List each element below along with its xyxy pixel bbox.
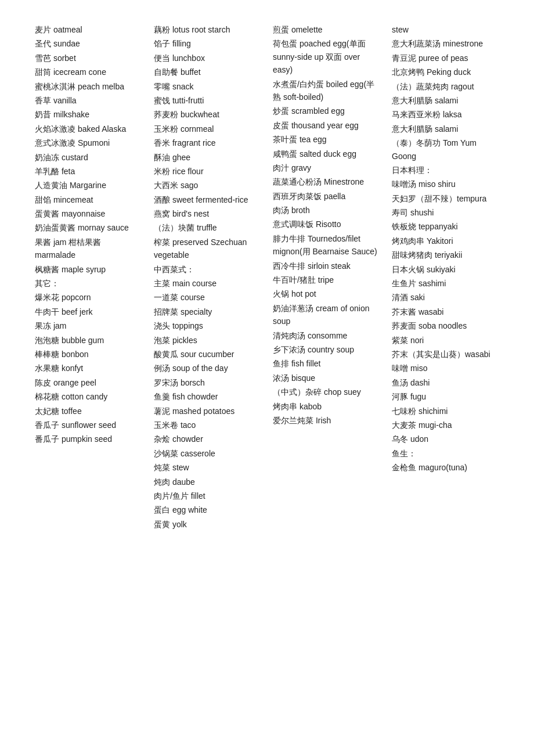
col2-item-2: 便当 lunchbox <box>154 52 261 64</box>
col2-item-4: 零嘴 snack <box>154 80 261 93</box>
col1-item-11: 人造黄油 Margarine <box>35 179 142 192</box>
col2-item-5: 蜜饯 tutti-frutti <box>154 94 261 107</box>
col3-item-13: 西冷牛排 sirloin steak <box>273 260 380 272</box>
col2-item-12: 酒酿 sweet fermented-rice <box>154 193 261 206</box>
col2-item-1: 馅子 filling <box>154 37 261 50</box>
col3-item-11: 意式调味饭 Risotto <box>273 218 380 231</box>
col1-item-14: 奶油蛋黄酱 mornay sauce <box>35 221 142 234</box>
col1-item-0: 麦片 oatmeal <box>35 23 142 36</box>
col3-item-19: 鱼排 fish fillet <box>273 357 380 370</box>
col3-item-14: 牛百叶/猪肚 tripe <box>273 273 380 286</box>
col3-item-0: 煎蛋 omelette <box>273 23 380 36</box>
col2-item-14: （法）块菌 truffle <box>154 221 261 234</box>
column-1: 麦片 oatmeal圣代 sundae雪芭 sorbet甜筒 icecream … <box>35 23 142 532</box>
col3-item-6: 咸鸭蛋 salted duck egg <box>273 147 380 160</box>
col2-item-11: 大西米 sago <box>154 179 261 192</box>
col2-item-33: 蛋白 egg white <box>154 503 261 516</box>
col2-item-24: 罗宋汤 borsch <box>154 376 261 389</box>
col1-item-7: 火焰冰激凌 baked Alaska <box>35 123 142 135</box>
col4-item-4: （法）蔬菜炖肉 ragout <box>392 80 499 93</box>
col3-item-1: 荷包蛋 poached egg(单面 sunny-side up 双面 over… <box>273 37 380 76</box>
col1-item-9: 奶油冻 custard <box>35 151 142 164</box>
col2-item-16: 中西菜式： <box>154 263 261 276</box>
col3-item-22: 烤肉串 kabob <box>273 400 380 413</box>
col2-item-10: 米粉 rice flour <box>154 165 261 178</box>
col2-item-27: 玉米卷 taco <box>154 419 261 431</box>
col1-item-23: 水果糖 konfyt <box>35 362 142 375</box>
col4-item-3: 北京烤鸭 Peking duck <box>392 66 499 78</box>
col1-item-2: 雪芭 sorbet <box>35 52 142 64</box>
col4-item-1: 意大利蔬菜汤 minestrone <box>392 37 499 50</box>
col2-item-31: 炖肉 daube <box>154 476 261 488</box>
col2-item-34: 蛋黄 yolk <box>154 518 261 531</box>
col4-item-9: 日本料理： <box>392 164 499 177</box>
col1-item-21: 泡泡糖 bubble gum <box>35 334 142 347</box>
col4-item-27: 大麦茶 mugi-cha <box>392 419 499 431</box>
col1-item-10: 羊乳酪 feta <box>35 165 142 178</box>
col3-item-17: 清炖肉汤 consomme <box>273 329 380 342</box>
col4-item-11: 天妇罗（甜不辣）tempura <box>392 192 499 205</box>
col4-item-28: 乌冬 udon <box>392 433 499 445</box>
col2-item-6: 荞麦粉 buckwheat <box>154 108 261 121</box>
col1-item-17: 其它： <box>35 277 142 290</box>
col2-item-22: 酸黄瓜 sour cucumber <box>154 348 261 361</box>
col2-item-21: 泡菜 pickles <box>154 334 261 347</box>
col2-item-29: 沙锅菜 casserole <box>154 447 261 460</box>
col1-item-8: 意式冰激凌 Spumoni <box>35 136 142 149</box>
col4-item-6: 马来西亚米粉 laksa <box>392 108 499 121</box>
col2-item-17: 主菜 main course <box>154 277 261 290</box>
col1-item-16: 枫糖酱 maple syrup <box>35 263 142 276</box>
col4-item-25: 河豚 fugu <box>392 390 499 403</box>
col3-item-7: 肉汁 gravy <box>273 161 380 174</box>
col4-item-5: 意大利腊肠 salami <box>392 94 499 107</box>
col1-item-26: 太妃糖 toffee <box>35 405 142 417</box>
col4-item-30: 金枪鱼 maguro(tuna) <box>392 461 499 474</box>
col2-item-18: 一道菜 course <box>154 291 261 304</box>
col4-item-24: 鱼汤 dashi <box>392 376 499 389</box>
col2-item-19: 招牌菜 specialty <box>154 305 261 318</box>
main-content: 麦片 oatmeal圣代 sundae雪芭 sorbet甜筒 icecream … <box>35 23 499 532</box>
col4-item-8: （泰）冬荫功 Tom Yum Goong <box>392 136 499 163</box>
col4-item-0: stew <box>392 23 499 36</box>
col1-item-27: 香瓜子 sunflower seed <box>35 419 142 431</box>
col1-item-18: 爆米花 popcorn <box>35 291 142 304</box>
column-4: stew意大利蔬菜汤 minestrone青豆泥 puree of peas北京… <box>392 23 499 532</box>
col1-item-6: 奶昔 milkshake <box>35 108 142 121</box>
col3-item-16: 奶油洋葱汤 cream of onion soup <box>273 302 380 328</box>
col3-item-8: 蔬菜通心粉汤 Minestrone <box>273 175 380 188</box>
col4-item-17: 生鱼片 sashimi <box>392 277 499 290</box>
col4-item-19: 芥末酱 wasabi <box>392 305 499 318</box>
col4-item-15: 甜味烤猪肉 teriyakii <box>392 249 499 261</box>
col1-item-24: 陈皮 orange peel <box>35 376 142 389</box>
col4-item-26: 七味粉 shichimi <box>392 405 499 417</box>
col2-item-23: 例汤 soup of the day <box>154 362 261 375</box>
col3-item-23: 爱尔兰炖菜 Irish <box>273 414 380 427</box>
col2-item-15: 榨菜 preserved Szechuan vegetable <box>154 236 261 262</box>
col2-item-0: 藕粉 lotus root starch <box>154 23 261 36</box>
col4-item-10: 味噌汤 miso shiru <box>392 178 499 190</box>
col4-item-13: 铁板烧 teppanyaki <box>392 220 499 233</box>
col3-item-15: 火锅 hot pot <box>273 287 380 300</box>
col2-item-8: 香米 fragrant rice <box>154 136 261 149</box>
col1-item-3: 甜筒 icecream cone <box>35 66 142 78</box>
col1-item-4: 蜜桃冰淇淋 peach melba <box>35 80 142 93</box>
col3-item-21: （中式）杂碎 chop suey <box>273 386 380 398</box>
col2-item-28: 杂烩 chowder <box>154 433 261 445</box>
col3-item-12: 腓力牛排 Tournedos/filet mignon(用 Bearnaise … <box>273 232 380 258</box>
col3-item-3: 炒蛋 scrambled egg <box>273 105 380 117</box>
col2-item-30: 炖菜 stew <box>154 461 261 474</box>
col1-item-20: 果冻 jam <box>35 319 142 332</box>
col4-item-22: 芥末（其实是山葵）wasabi <box>392 348 499 361</box>
col4-item-29: 鱼生： <box>392 447 499 460</box>
col1-item-1: 圣代 sundae <box>35 37 142 50</box>
col2-item-7: 玉米粉 cornmeal <box>154 123 261 135</box>
col4-item-23: 味噌 miso <box>392 362 499 375</box>
col3-item-5: 茶叶蛋 tea egg <box>273 133 380 146</box>
col2-item-13: 燕窝 bird's nest <box>154 207 261 220</box>
col1-item-22: 棒棒糖 bonbon <box>35 348 142 361</box>
col1-item-13: 蛋黄酱 mayonnaise <box>35 207 142 220</box>
col4-item-21: 紫菜 nori <box>392 334 499 347</box>
col1-item-12: 甜馅 mincemeat <box>35 193 142 206</box>
col3-item-4: 皮蛋 thousand year egg <box>273 119 380 132</box>
col3-item-20: 浓汤 bisque <box>273 372 380 384</box>
